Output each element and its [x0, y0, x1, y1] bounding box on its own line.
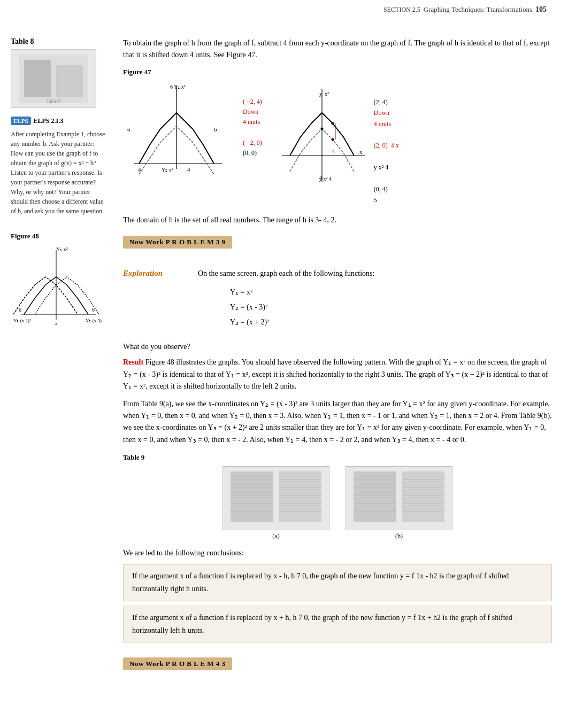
- svg-text:6: 6: [214, 126, 217, 133]
- svg-text:6 Y₁  x²: 6 Y₁ x²: [170, 84, 186, 90]
- result-text1-content: Figure 48 illustrates the graphs. You sh…: [123, 358, 548, 390]
- conclusion-box-1: If the argument x of a function f is rep…: [123, 564, 552, 601]
- svg-text:Y₃  (x  2)²: Y₃ (x 2)²: [13, 318, 31, 323]
- svg-rect-47: [402, 471, 444, 522]
- anno-point2: ( −2, 0): [243, 138, 264, 148]
- anno-r-5: 5: [374, 195, 399, 205]
- figure47-graph1: 6 Y₁ x² 6 6 4 Y₂ x² 4: [123, 81, 230, 177]
- table9-b-container: (b): [346, 466, 452, 540]
- table9-b-label: (b): [395, 532, 403, 540]
- svg-text:4: 4: [187, 166, 190, 173]
- table8-image: Table 8: [11, 49, 96, 108]
- svg-point-30: [331, 138, 334, 141]
- exploration-label: Exploration: [123, 268, 182, 278]
- table9-a-label: (a): [272, 532, 279, 540]
- figure47-right: y x² x y x² 4 4 4: [277, 81, 399, 206]
- svg-text:6: 6: [19, 307, 21, 313]
- result-text2: From Table 9(a), we see the x-coordinate…: [123, 398, 552, 446]
- svg-rect-34: [279, 471, 321, 522]
- svg-rect-33: [231, 471, 273, 522]
- svg-rect-2: [56, 65, 83, 97]
- anno-origin: (0, 0): [243, 148, 264, 158]
- elps-line: ELPS ELPS 2.I.3: [11, 117, 107, 125]
- table8-label: Table 8: [11, 37, 107, 46]
- table9-img-a: [222, 466, 329, 530]
- exploration-section: Exploration On the same screen, graph ea…: [123, 268, 552, 335]
- page-number: 105: [535, 5, 547, 14]
- svg-text:2: 2: [55, 321, 58, 326]
- conclusion-text-2: If the argument x of a function f is rep…: [132, 614, 512, 634]
- svg-text:x: x: [359, 149, 363, 155]
- svg-text:Table 8: Table 8: [47, 98, 61, 104]
- page-header: SECTION 2.5 Graphing Techniques: Transfo…: [383, 5, 547, 14]
- svg-text:4: 4: [332, 148, 335, 154]
- svg-text:Y₂  (x  3)²: Y₂ (x 3)²: [86, 318, 102, 323]
- anno-units1: 4 units: [243, 117, 264, 127]
- equation-y2: Y₂ = (x - 3)²: [230, 300, 552, 315]
- anno-r-pt3: (0, 4): [374, 184, 399, 195]
- svg-text:Y₂  x²: Y₂ x²: [162, 167, 173, 173]
- equation-y1: Y₁ = x²: [230, 285, 552, 300]
- exploration-content: On the same screen, graph each of the fo…: [198, 268, 552, 335]
- anno-r-y2: y x² 4: [374, 162, 399, 173]
- svg-text:x²: x²: [325, 91, 329, 97]
- result-text1: Result Figure 48 illustrates the graphs.…: [123, 357, 552, 392]
- anno-point1: ( −2, 4): [243, 97, 264, 107]
- result-label: Result: [123, 358, 143, 366]
- exploration-prompt: On the same screen, graph each of the fo…: [198, 268, 552, 280]
- main-content: To obtain the graph of h from the graph …: [112, 11, 568, 681]
- svg-text:4: 4: [138, 166, 141, 173]
- now-work-39-container: Now Work P R O B L E M 3 9: [123, 236, 552, 258]
- equations-block: Y₁ = x² Y₂ = (x - 3)² Y₃ = (x + 2)²: [230, 285, 552, 330]
- table9-images: (a): [123, 466, 552, 540]
- svg-point-31: [320, 127, 323, 130]
- intro-paragraph: To obtain the graph of h from the graph …: [123, 37, 552, 61]
- svg-text:6: 6: [92, 307, 95, 313]
- svg-text:y: y: [319, 90, 323, 97]
- equation-y3: Y₃ = (x + 2)²: [230, 315, 552, 330]
- figure48-label: Figure 48: [11, 232, 107, 241]
- svg-text:Y₁  x²: Y₁ x²: [56, 246, 68, 252]
- elps-id: ELPS 2.I.3: [34, 117, 64, 125]
- table9-img-b: [346, 466, 452, 530]
- elps-badge: ELPS: [11, 117, 31, 125]
- right-annotations: (2, 4) Down 4 units (2, 0) 4 x y x² 4 (0…: [374, 86, 399, 206]
- svg-rect-1: [24, 60, 51, 97]
- domain-range-text: The domain of h is the set of all real n…: [123, 214, 552, 226]
- figure47-row: 6 Y₁ x² 6 6 4 Y₂ x² 4 ( −2, 4) Down 4 un…: [123, 81, 552, 206]
- svg-text:4: 4: [319, 175, 322, 181]
- now-work-39[interactable]: Now Work P R O B L E M 3 9: [123, 236, 232, 249]
- now-work-43[interactable]: Now Work P R O B L E M 4 3: [123, 657, 232, 670]
- svg-point-29: [331, 122, 334, 125]
- sidebar: Table 8 Table 8 ELPS ELPS 2.I.3 After co…: [0, 11, 112, 681]
- anno-r-units: 4 units: [374, 119, 399, 129]
- figure47-label: Figure 47: [123, 68, 552, 76]
- table9-a-container: (a): [222, 466, 329, 540]
- svg-text:6: 6: [127, 126, 131, 133]
- we-are-led: We are led to the following conclusions:: [123, 549, 552, 557]
- anno-r-pt1: (2, 4): [374, 97, 399, 107]
- figure48-container: Y₁ x² 6 6 Y₂ (x 3)² Y₃ (x 2)² 2: [11, 245, 102, 330]
- conclusion-box-2: If the argument x of a function f is rep…: [123, 606, 552, 643]
- what-observe: What do you observe?: [123, 343, 552, 351]
- figure47-annotations-left: ( −2, 4) Down 4 units ( −2, 0) (0, 0): [241, 81, 266, 160]
- figure47-right-inner: y x² x y x² 4 4 4: [277, 86, 399, 206]
- svg-rect-46: [354, 471, 396, 522]
- anno-down1: Down: [243, 107, 264, 117]
- conclusion-text-1: If the argument x of a function f is rep…: [132, 572, 509, 593]
- right-graph-svg: y x² x y x² 4 4 4: [277, 86, 367, 190]
- section-label: SECTION 2.5: [383, 6, 420, 14]
- now-work-43-container: Now Work P R O B L E M 4 3: [123, 650, 552, 670]
- anno-r-pt2: (2, 0) 4 x: [374, 140, 399, 151]
- sidebar-description: After completing Example 1, choose any n…: [11, 129, 107, 216]
- anno-r-down: Down: [374, 107, 399, 118]
- table9-label: Table 9: [123, 453, 552, 462]
- header-topic: Graphing Techniques: Transformations: [424, 5, 532, 14]
